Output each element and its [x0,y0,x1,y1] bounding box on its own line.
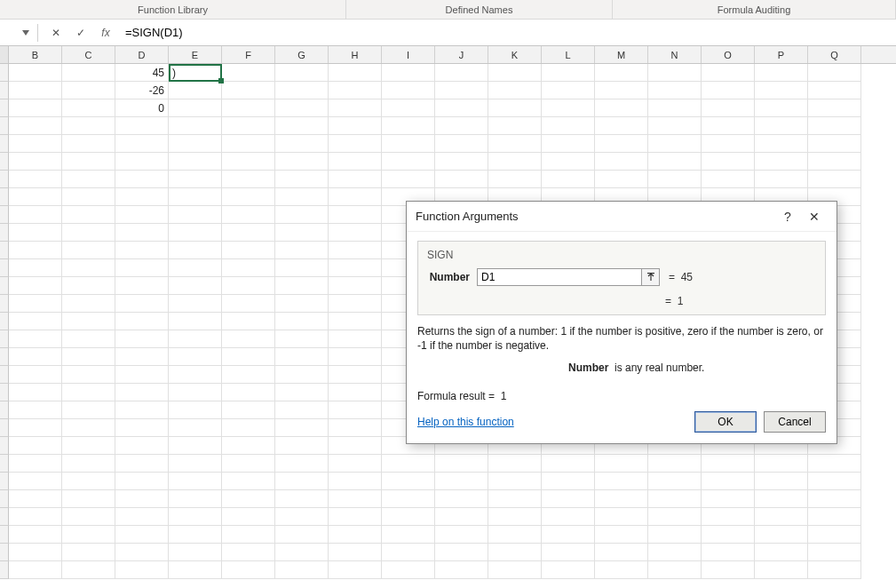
cell-H23[interactable] [329,455,382,473]
cell-D8[interactable] [115,188,169,206]
cell-E16[interactable] [169,330,222,348]
row-header[interactable] [0,313,9,330]
cell-L5[interactable] [542,135,595,153]
cell-H5[interactable] [329,135,382,153]
cell-N4[interactable] [648,117,702,135]
cell-E17[interactable] [169,348,222,366]
cell-D28[interactable] [115,544,169,561]
cell-C13[interactable] [62,277,115,295]
cell-M25[interactable] [595,490,648,508]
cell-D14[interactable] [115,295,169,313]
cell-L24[interactable] [542,473,595,490]
cell-F16[interactable] [222,330,275,348]
cell-H6[interactable] [329,153,382,171]
row-header[interactable] [0,348,9,366]
ribbon-group-formula-auditing[interactable]: Formula Auditing [613,0,896,19]
cell-Q24[interactable] [808,473,861,490]
cell-H17[interactable] [329,348,382,366]
cell-P28[interactable] [755,544,808,561]
cell-E23[interactable] [169,455,222,473]
cell-E8[interactable] [169,188,222,206]
cell-N3[interactable] [648,99,702,117]
cell-C26[interactable] [62,508,115,526]
row-header[interactable] [0,135,9,153]
column-header[interactable]: P [755,46,808,63]
cell-B19[interactable] [9,384,62,401]
cell-C24[interactable] [62,473,115,490]
row-header[interactable] [0,117,9,135]
cell-F6[interactable] [222,153,275,171]
cell-G19[interactable] [275,384,329,401]
cell-H13[interactable] [329,277,382,295]
cell-E13[interactable] [169,277,222,295]
cell-O27[interactable] [702,526,755,544]
cell-M24[interactable] [595,473,648,490]
cell-K1[interactable] [488,64,542,82]
cell-I2[interactable] [382,82,435,99]
cell-K27[interactable] [488,526,542,544]
cell-F14[interactable] [222,295,275,313]
cell-J3[interactable] [435,99,488,117]
dialog-help-button[interactable]: ? [774,204,801,229]
cell-I1[interactable] [382,64,435,82]
cell-H26[interactable] [329,508,382,526]
cell-M6[interactable] [595,153,648,171]
row-header[interactable] [0,277,9,295]
cell-M7[interactable] [595,171,648,188]
row-header[interactable] [0,437,9,455]
cell-E22[interactable] [169,437,222,455]
cell-P23[interactable] [755,455,808,473]
cell-E7[interactable] [169,171,222,188]
row-header[interactable] [0,473,9,490]
cell-C16[interactable] [62,330,115,348]
cell-H18[interactable] [329,366,382,384]
cell-I23[interactable] [382,455,435,473]
cell-F21[interactable] [222,419,275,437]
cell-O28[interactable] [702,544,755,561]
cell-H11[interactable] [329,242,382,259]
cell-L23[interactable] [542,455,595,473]
cell-C4[interactable] [62,117,115,135]
cell-K5[interactable] [488,135,542,153]
cell-P2[interactable] [755,82,808,99]
cell-D23[interactable] [115,455,169,473]
cell-G28[interactable] [275,544,329,561]
cell-J26[interactable] [435,508,488,526]
cell-L26[interactable] [542,508,595,526]
cell-D18[interactable] [115,366,169,384]
name-box[interactable] [2,22,20,44]
cell-G22[interactable] [275,437,329,455]
cell-H29[interactable] [329,561,382,579]
cell-C28[interactable] [62,544,115,561]
cell-G21[interactable] [275,419,329,437]
cell-G27[interactable] [275,526,329,544]
cell-E10[interactable] [169,224,222,242]
cell-B24[interactable] [9,473,62,490]
cell-K26[interactable] [488,508,542,526]
cell-D2[interactable]: -26 [115,82,169,99]
cell-F3[interactable] [222,99,275,117]
cell-H12[interactable] [329,259,382,277]
cell-H19[interactable] [329,384,382,401]
cell-E11[interactable] [169,242,222,259]
cell-H24[interactable] [329,473,382,490]
cell-E9[interactable] [169,206,222,224]
cell-K3[interactable] [488,99,542,117]
cell-B26[interactable] [9,508,62,526]
cell-E14[interactable] [169,295,222,313]
cell-D17[interactable] [115,348,169,366]
cell-B5[interactable] [9,135,62,153]
cell-I27[interactable] [382,526,435,544]
cell-E26[interactable] [169,508,222,526]
cancel-formula-button[interactable]: ✕ [44,22,68,44]
cell-C3[interactable] [62,99,115,117]
cell-K29[interactable] [488,561,542,579]
row-header[interactable] [0,455,9,473]
cell-Q5[interactable] [808,135,861,153]
cell-B16[interactable] [9,330,62,348]
cell-H8[interactable] [329,188,382,206]
cell-D4[interactable] [115,117,169,135]
cell-K23[interactable] [488,455,542,473]
cell-D21[interactable] [115,419,169,437]
cell-H4[interactable] [329,117,382,135]
